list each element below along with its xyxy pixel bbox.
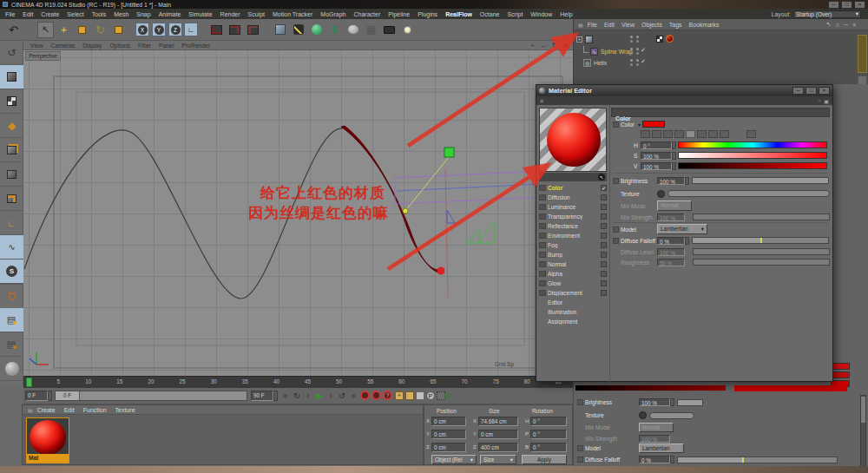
record-keyframe-button[interactable] — [360, 391, 370, 400]
texture-field[interactable] — [667, 190, 830, 197]
axis-lock-button[interactable]: X — [135, 23, 149, 36]
previous-frame-button[interactable]: ‹ — [303, 390, 313, 402]
timeline-list-icon[interactable]: ▤ — [442, 391, 452, 401]
material-menu-item[interactable]: Create — [37, 407, 56, 413]
menu-item[interactable]: Select — [67, 11, 83, 17]
end-frame-field[interactable]: 90 F — [251, 391, 273, 401]
channel-checkbox[interactable] — [601, 271, 607, 277]
diffuse-falloff-field[interactable]: 0 % — [639, 456, 670, 463]
yellow-point-handle[interactable] — [403, 208, 408, 214]
channel-row[interactable]: Fog — [536, 240, 609, 250]
channel-checkbox[interactable] — [601, 242, 607, 248]
channel-row[interactable]: Illumination — [536, 307, 609, 317]
object-manager-menu-item[interactable]: Edit — [604, 22, 615, 28]
layer-dots[interactable] — [630, 48, 633, 55]
menu-item[interactable]: Character — [354, 11, 381, 17]
pin-icon[interactable]: ▫ — [819, 98, 820, 103]
minimize-panel-icon[interactable]: ─ — [844, 22, 848, 28]
menu-item[interactable]: Pipeline — [388, 11, 410, 17]
object-manager-menu-item[interactable]: Bookmarks — [689, 22, 720, 28]
menu-item[interactable]: Mesh — [114, 11, 128, 17]
saturation-field[interactable]: 100 % — [641, 152, 672, 160]
object-mode-button[interactable] — [0, 138, 23, 162]
diffuse-falloff-slider[interactable] — [692, 237, 829, 244]
add-generator-button[interactable] — [308, 22, 325, 38]
channel-checkbox[interactable] — [601, 252, 607, 258]
expand-arrow-icon[interactable] — [577, 445, 583, 451]
layer-dots[interactable] — [630, 36, 633, 43]
window-close-button[interactable]: × — [854, 1, 865, 9]
rot-p-field[interactable]: 0 ° — [530, 430, 567, 439]
keyframe-selection-button[interactable]: ? — [383, 391, 392, 400]
goto-end-button[interactable]: » — [348, 390, 358, 402]
cycle-button[interactable]: ↺ — [337, 390, 347, 402]
menu-item[interactable]: Create — [41, 11, 59, 17]
frame-range-slider[interactable]: 0 F — [55, 391, 247, 401]
channel-row[interactable]: Assignment — [536, 317, 609, 326]
menu-item[interactable]: File — [5, 11, 15, 17]
object-row-sweep[interactable]: + — [574, 34, 868, 44]
enable-snap-button[interactable]: S — [0, 259, 23, 284]
object-row-helix[interactable]: ◎ Helix ✓ — [574, 57, 868, 68]
dialog-close-button[interactable]: × — [819, 87, 830, 95]
enable-dots[interactable] — [636, 36, 639, 43]
spinner[interactable] — [670, 456, 674, 463]
object-manager-menu-item[interactable]: Objects — [641, 22, 662, 28]
panel-list-icon[interactable]: ≡ — [852, 22, 856, 28]
compositing-tag-icon[interactable] — [656, 36, 663, 43]
scale-tool-button[interactable] — [74, 22, 90, 38]
enable-dots[interactable] — [636, 59, 639, 66]
record-scale-button[interactable] — [405, 391, 414, 400]
menu-item[interactable]: Animate — [159, 11, 181, 17]
polygons-mode-button[interactable] — [0, 187, 23, 211]
make-editable-button[interactable]: ↺ — [0, 41, 23, 65]
window-maximize-button[interactable]: □ — [841, 1, 852, 9]
diffuse-falloff-slider[interactable] — [677, 457, 838, 463]
material-menu-item[interactable]: Function — [83, 407, 107, 413]
menu-item[interactable]: Motion Tracker — [273, 11, 312, 17]
menu-item[interactable]: Window — [530, 11, 552, 17]
select-tool-button[interactable]: ↖ — [37, 22, 54, 38]
dialog-minimize-button[interactable]: ─ — [792, 87, 804, 95]
expand-toggle-icon[interactable]: + — [576, 36, 582, 43]
channel-row[interactable]: Displacement — [536, 288, 609, 298]
channel-row[interactable]: Bump — [536, 250, 609, 259]
spinner[interactable] — [672, 152, 676, 160]
record-rotation-button[interactable] — [416, 391, 424, 400]
material-thumbnail[interactable]: Mat — [26, 417, 69, 463]
pos-y-field[interactable]: 0 cm — [431, 430, 466, 439]
green-square-handle[interactable] — [444, 148, 454, 157]
spline-curve[interactable] — [24, 128, 343, 299]
channel-row[interactable]: Reflectance — [536, 221, 609, 231]
preview-menu-icon[interactable]: ↖ — [598, 174, 605, 181]
channel-row[interactable]: Transparency — [536, 212, 609, 221]
hamburger-icon[interactable]: ≡ — [540, 98, 543, 104]
object-manager-menu-item[interactable]: View — [621, 22, 635, 28]
pos-x-field[interactable]: 0 cm — [431, 417, 466, 426]
axis-lock-button[interactable]: Z — [168, 23, 182, 36]
material-menu-item[interactable]: Texture — [115, 407, 135, 413]
menu-item[interactable]: Edit — [23, 11, 33, 17]
size-x-field[interactable]: 74.684 cm — [478, 417, 518, 426]
points-mode-button[interactable] — [0, 162, 23, 187]
model-dropdown[interactable]: Lambertian — [639, 443, 684, 453]
record-position-button[interactable]: + — [395, 391, 404, 400]
home-icon[interactable]: ⌂ — [836, 22, 839, 28]
spectrum-mode-icon[interactable] — [652, 130, 661, 138]
menu-item[interactable]: Script — [507, 11, 523, 17]
cursor-icon[interactable]: ↖ — [826, 21, 832, 28]
texture-browse-button[interactable] — [657, 190, 665, 198]
channel-checkbox[interactable] — [601, 233, 607, 239]
autokey-button[interactable] — [372, 391, 381, 400]
size-mode-dropdown[interactable]: Size▾ — [480, 455, 516, 464]
object-name[interactable]: Spline Wrap — [601, 49, 633, 55]
texture-mode-button[interactable] — [0, 89, 23, 114]
workplane-settings-button[interactable]: ▤ — [0, 332, 23, 357]
add-light-button[interactable] — [399, 22, 416, 38]
rgb-mode-icon[interactable] — [686, 130, 695, 138]
range-slider-handle[interactable]: 0 F — [56, 391, 80, 400]
wheel-mode-icon[interactable] — [641, 130, 650, 138]
channel-checkbox[interactable] — [601, 194, 607, 200]
channel-checkbox[interactable] — [601, 204, 607, 210]
channel-checkbox[interactable] — [601, 261, 607, 267]
